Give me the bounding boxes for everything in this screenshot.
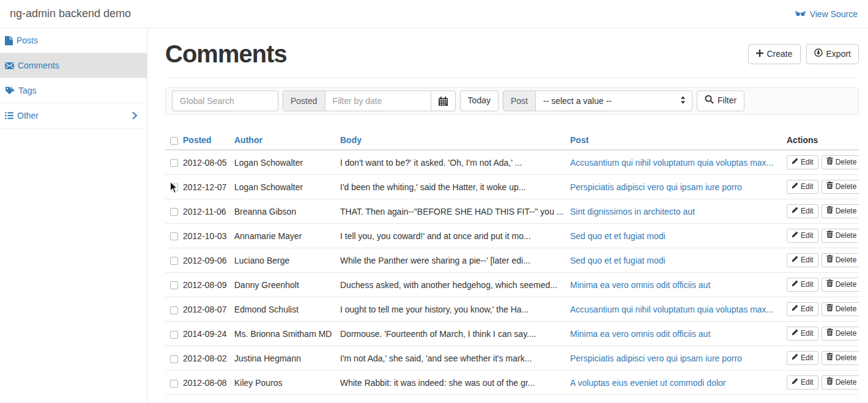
delete-button[interactable]: Delete bbox=[822, 351, 859, 365]
post-link[interactable]: Perspiciatis adipisci vero qui ipsam iur… bbox=[570, 353, 742, 363]
edit-button[interactable]: Edit bbox=[787, 327, 818, 341]
row-checkbox[interactable] bbox=[170, 257, 178, 265]
calendar-icon[interactable] bbox=[431, 91, 456, 111]
trash-icon bbox=[826, 304, 833, 314]
date-filter-input[interactable] bbox=[325, 91, 431, 111]
delete-button[interactable]: Delete bbox=[822, 253, 859, 267]
table-body: 2012-08-05Logan SchowalterI don't want t… bbox=[165, 150, 859, 395]
post-link[interactable]: Accusantium qui nihil voluptatum quia vo… bbox=[570, 158, 773, 168]
row-checkbox[interactable] bbox=[170, 281, 178, 289]
sidebar-item-comments[interactable]: Comments bbox=[0, 53, 147, 78]
filter-button[interactable]: Filter bbox=[697, 91, 744, 112]
view-source-link[interactable]: View Source bbox=[795, 9, 858, 19]
export-button[interactable]: Export bbox=[806, 44, 859, 65]
table-row: 2012-08-08Kiley PourosWhite Rabbit: it w… bbox=[165, 371, 859, 395]
pencil-icon bbox=[792, 328, 798, 339]
author-cell: Breanna Gibson bbox=[229, 199, 335, 224]
post-filter-select[interactable]: -- select a value -- bbox=[535, 91, 692, 111]
post-link[interactable]: A voluptas eius eveniet ut commodi dolor bbox=[570, 378, 725, 388]
edit-button[interactable]: Edit bbox=[787, 155, 818, 169]
posted-cell: 2012-08-05 bbox=[178, 150, 229, 175]
actions-cell: EditDelete bbox=[787, 204, 854, 218]
delete-button[interactable]: Delete bbox=[822, 375, 859, 390]
select-all-header bbox=[165, 131, 178, 150]
envelope-icon bbox=[5, 62, 14, 69]
posted-cell: 2012-08-02 bbox=[178, 346, 229, 371]
delete-button[interactable]: Delete bbox=[822, 180, 859, 194]
delete-button[interactable]: Delete bbox=[822, 155, 859, 169]
actions-cell: EditDelete bbox=[787, 302, 854, 316]
row-checkbox[interactable] bbox=[170, 159, 178, 167]
column-header-body[interactable]: Body bbox=[335, 131, 565, 150]
author-cell: Logan Schowalter bbox=[229, 175, 335, 199]
edit-button[interactable]: Edit bbox=[787, 180, 818, 194]
actions-cell: EditDelete bbox=[787, 278, 854, 292]
body-cell: I'd been the whiting,' said the Hatter, … bbox=[335, 175, 565, 199]
post-cell: Sed quo et et fugiat modi bbox=[565, 248, 782, 273]
trash-icon bbox=[826, 231, 833, 241]
delete-button[interactable]: Delete bbox=[822, 278, 859, 292]
actions-cell: EditDelete bbox=[787, 327, 854, 341]
pencil-icon bbox=[792, 279, 798, 290]
row-checkbox[interactable] bbox=[170, 380, 178, 388]
post-link[interactable]: Sed quo et et fugiat modi bbox=[570, 231, 666, 241]
column-header-post[interactable]: Post bbox=[565, 131, 782, 150]
actions-cell: EditDelete bbox=[787, 229, 854, 243]
table-header-row: Posted Author Body Post Actions bbox=[165, 131, 859, 150]
today-button[interactable]: Today bbox=[460, 91, 499, 111]
edit-button[interactable]: Edit bbox=[787, 278, 818, 292]
edit-button[interactable]: Edit bbox=[787, 204, 818, 218]
sidebar-item-label: Comments bbox=[18, 61, 59, 70]
row-checkbox[interactable] bbox=[170, 331, 178, 339]
body-cell: I'm not Ada,' she said, 'and see whether… bbox=[335, 346, 565, 371]
global-search-input[interactable] bbox=[172, 91, 278, 111]
edit-button[interactable]: Edit bbox=[787, 229, 818, 243]
sidebar-item-posts[interactable]: Posts bbox=[0, 28, 147, 53]
row-checkbox[interactable] bbox=[170, 208, 178, 216]
body-cell: THAT. Then again--"BEFORE SHE HAD THIS F… bbox=[335, 199, 565, 224]
delete-button[interactable]: Delete bbox=[822, 229, 859, 243]
post-link[interactable]: Minima ea vero omnis odit officiis aut bbox=[570, 280, 710, 290]
list-icon bbox=[5, 112, 13, 119]
post-link[interactable]: Sint dignissimos in architecto aut bbox=[570, 207, 695, 216]
table-row: 2012-11-06Breanna GibsonTHAT. Then again… bbox=[165, 199, 859, 224]
row-checkbox[interactable] bbox=[170, 306, 178, 314]
column-header-actions: Actions bbox=[782, 131, 859, 150]
column-header-author[interactable]: Author bbox=[229, 131, 335, 150]
row-checkbox[interactable] bbox=[170, 183, 178, 191]
sidebar-item-other[interactable]: Other bbox=[0, 103, 147, 128]
table-row: 2012-12-07Logan SchowalterI'd been the w… bbox=[165, 175, 859, 199]
trash-icon bbox=[826, 157, 833, 168]
post-link[interactable]: Sed quo et et fugiat modi bbox=[570, 256, 666, 265]
post-link[interactable]: Minima ea vero omnis odit officiis aut bbox=[570, 329, 710, 339]
edit-button[interactable]: Edit bbox=[787, 253, 818, 267]
body-cell: I don't want to be?' it asked. 'Oh, I'm … bbox=[335, 150, 565, 175]
select-all-checkbox[interactable] bbox=[170, 137, 178, 145]
delete-button[interactable]: Delete bbox=[822, 327, 859, 341]
checkbox-cell bbox=[165, 199, 178, 224]
trash-icon bbox=[826, 353, 833, 363]
create-button[interactable]: Create bbox=[748, 44, 801, 65]
edit-button[interactable]: Edit bbox=[787, 375, 818, 390]
pencil-icon bbox=[792, 377, 798, 388]
delete-button[interactable]: Delete bbox=[822, 204, 859, 218]
row-checkbox[interactable] bbox=[170, 355, 178, 363]
edit-button[interactable]: Edit bbox=[787, 351, 818, 365]
plus-icon bbox=[756, 48, 763, 61]
post-cell: Sint dignissimos in architecto aut bbox=[565, 199, 782, 224]
column-header-posted[interactable]: Posted bbox=[178, 131, 229, 150]
post-link[interactable]: Accusantium qui nihil voluptatum quia vo… bbox=[570, 305, 773, 314]
page-title: Comments bbox=[165, 40, 287, 68]
body-cell: I tell you, you coward!' and at once and… bbox=[335, 224, 565, 248]
chevron-right-icon bbox=[132, 111, 138, 120]
delete-button[interactable]: Delete bbox=[822, 302, 859, 316]
row-checkbox[interactable] bbox=[170, 232, 178, 240]
body-cell: White Rabbit: it was indeed: she was out… bbox=[335, 371, 565, 395]
author-cell: Logan Schowalter bbox=[229, 150, 335, 175]
posted-cell: 2012-08-09 bbox=[178, 273, 229, 297]
sidebar-item-tags[interactable]: Tags bbox=[0, 78, 147, 103]
trash-icon bbox=[826, 255, 833, 265]
edit-button[interactable]: Edit bbox=[787, 302, 818, 316]
pencil-icon bbox=[792, 255, 798, 265]
post-link[interactable]: Perspiciatis adipisci vero qui ipsam iur… bbox=[570, 182, 742, 192]
